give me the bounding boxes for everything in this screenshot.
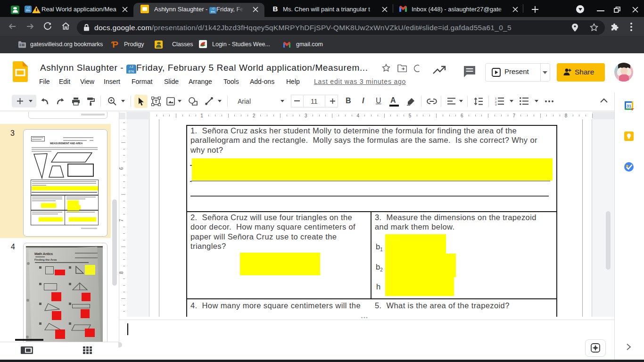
svg-text:2: 2 — [495, 100, 497, 103]
svg-text:1: 1 — [495, 97, 497, 100]
svg-text:31: 31 — [627, 104, 631, 108]
svg-text:3: 3 — [495, 103, 497, 106]
